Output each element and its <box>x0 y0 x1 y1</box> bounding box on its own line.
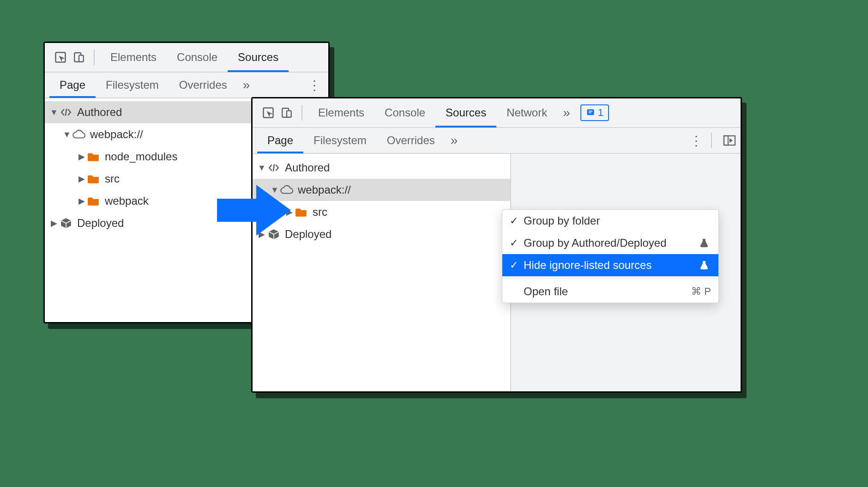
tree-label: Authored <box>285 161 330 174</box>
tree-label: webpack:// <box>298 183 351 196</box>
inspect-icon[interactable] <box>259 103 277 122</box>
disclosure-triangle-icon: ▶ <box>77 196 86 206</box>
disclosure-triangle-icon: ▼ <box>62 130 72 140</box>
tree-label: src <box>105 172 120 185</box>
code-icon <box>59 106 73 118</box>
tree-label: src <box>313 206 327 219</box>
divider <box>301 105 302 121</box>
divider <box>711 133 712 148</box>
disclosure-triangle-icon: ▶ <box>77 174 86 184</box>
tab-sources[interactable]: Sources <box>228 43 289 72</box>
disclosure-triangle-icon: ▼ <box>49 108 59 117</box>
disclosure-triangle-icon: ▶ <box>77 152 86 162</box>
tree-label: Deployed <box>285 228 332 241</box>
menu-shortcut: ⌘ P <box>691 286 711 298</box>
folder-icon <box>86 174 101 184</box>
tab-elements[interactable]: Elements <box>100 43 167 72</box>
navigator-options-menu: ✓ Group by folder ✓ Group by Authored/De… <box>502 209 719 303</box>
menu-label: Group by Authored/Deployed <box>524 237 700 250</box>
svg-rect-6 <box>587 110 594 116</box>
subtab-filesystem[interactable]: Filesystem <box>303 128 377 153</box>
tab-console[interactable]: Console <box>167 43 228 72</box>
check-icon: ✓ <box>510 215 524 227</box>
tab-console[interactable]: Console <box>374 98 435 128</box>
device-toggle-icon[interactable] <box>277 103 296 122</box>
tree-node-deployed[interactable]: ▶ Deployed <box>253 223 510 245</box>
box-icon <box>59 217 73 229</box>
kebab-menu-icon[interactable]: ⋮ <box>687 131 705 150</box>
issues-icon <box>586 108 595 117</box>
tree-label: node_modules <box>105 150 177 163</box>
disclosure-triangle-icon: ▶ <box>49 218 59 228</box>
sources-subtabstrip: Page Filesystem Overrides » ⋮ <box>253 128 741 154</box>
tree-label: webpack <box>105 195 149 207</box>
svg-rect-2 <box>79 55 84 62</box>
folder-icon <box>294 207 309 217</box>
more-tabs-icon[interactable]: » <box>445 133 464 148</box>
tree-label: webpack:// <box>90 128 143 141</box>
more-tabs-icon[interactable]: » <box>557 105 576 120</box>
subtab-page[interactable]: Page <box>49 72 96 98</box>
check-icon: ✓ <box>510 237 524 249</box>
subtab-overrides[interactable]: Overrides <box>377 128 445 153</box>
menu-item-hide-ignore-listed[interactable]: ✓ Hide ignore-listed sources <box>502 254 718 276</box>
kebab-menu-icon[interactable]: ⋮ <box>305 76 324 94</box>
subtab-filesystem[interactable]: Filesystem <box>96 72 169 98</box>
menu-label: Open file <box>524 285 691 298</box>
menu-item-group-folder[interactable]: ✓ Group by folder <box>502 210 718 232</box>
code-icon <box>266 162 281 174</box>
main-tabstrip: Elements Console Sources Network » 1 <box>253 98 741 128</box>
check-icon: ✓ <box>510 259 524 271</box>
main-tabstrip: Elements Console Sources <box>45 43 328 73</box>
folder-icon <box>86 152 101 162</box>
issues-badge[interactable]: 1 <box>580 104 609 121</box>
tree-label: Authored <box>77 106 122 119</box>
svg-rect-5 <box>287 111 291 117</box>
subtab-overrides[interactable]: Overrides <box>169 72 237 98</box>
inspect-icon[interactable] <box>51 48 70 67</box>
device-toggle-icon[interactable] <box>70 48 88 67</box>
tree-node-authored[interactable]: ▼ Authored <box>253 157 510 179</box>
devtools-window-after: Elements Console Sources Network » 1 Pag… <box>251 97 742 393</box>
divider <box>94 49 95 65</box>
tree-node-webpack[interactable]: ▼ webpack:// <box>253 179 510 201</box>
tab-elements[interactable]: Elements <box>308 98 374 128</box>
tab-network[interactable]: Network <box>496 98 557 128</box>
svg-rect-8 <box>724 136 728 145</box>
issues-count: 1 <box>598 107 603 119</box>
menu-label: Group by folder <box>524 214 711 227</box>
arrow-icon <box>217 185 291 236</box>
more-tabs-icon[interactable]: » <box>237 78 256 92</box>
flask-icon <box>700 261 711 270</box>
menu-item-group-authored[interactable]: ✓ Group by Authored/Deployed <box>502 232 718 254</box>
navigator-tree: ▼ Authored ▼ webpack:// ▶ src <box>253 154 511 391</box>
menu-separator <box>502 278 718 279</box>
flask-icon <box>700 238 711 248</box>
menu-item-open-file[interactable]: Open file ⌘ P <box>502 280 718 303</box>
tree-label: Deployed <box>77 217 124 230</box>
tab-sources[interactable]: Sources <box>435 98 496 128</box>
folder-icon <box>86 196 101 206</box>
menu-label: Hide ignore-listed sources <box>524 259 700 272</box>
sources-subtabstrip: Page Filesystem Overrides » ⋮ <box>45 73 328 98</box>
cloud-icon <box>72 129 86 140</box>
disclosure-triangle-icon: ▼ <box>257 163 266 173</box>
subtab-page[interactable]: Page <box>257 128 303 153</box>
show-navigator-icon[interactable] <box>723 135 736 146</box>
tree-node-src[interactable]: ▶ src <box>253 201 510 223</box>
